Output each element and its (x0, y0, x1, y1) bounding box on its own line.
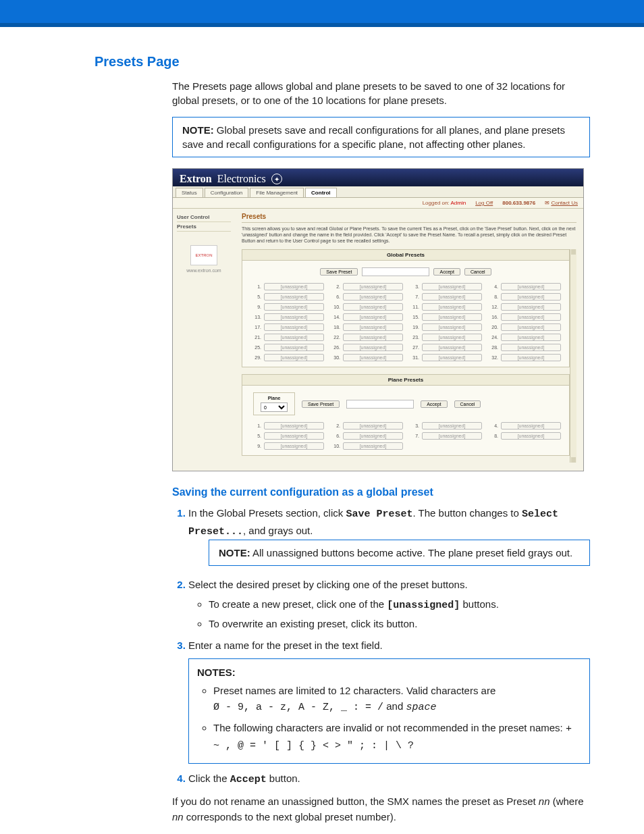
preset-button[interactable]: [unassigned] (422, 334, 482, 341)
preset-number: 25. (250, 345, 261, 350)
preset-button[interactable]: [unassigned] (343, 432, 403, 440)
preset-button[interactable]: [unassigned] (343, 303, 403, 311)
preset-button[interactable]: [unassigned] (264, 442, 324, 450)
preset-button[interactable]: [unassigned] (343, 334, 403, 341)
tab-file-management[interactable]: File Management (250, 188, 304, 197)
preset-slot: 30.[unassigned] (329, 354, 403, 361)
preset-button[interactable]: [unassigned] (264, 293, 324, 301)
preset-slot: 8.[unassigned] (487, 432, 561, 440)
scrollbar[interactable] (570, 249, 576, 463)
plane-cancel-button[interactable]: Cancel (454, 400, 481, 408)
save-preset-button[interactable]: Save Preset (320, 268, 358, 276)
preset-button[interactable]: [unassigned] (501, 334, 561, 341)
preset-button[interactable]: [unassigned] (501, 432, 561, 440)
preset-button[interactable]: [unassigned] (264, 354, 324, 361)
preset-number: 21. (250, 335, 261, 340)
preset-slot: 26.[unassigned] (329, 344, 403, 351)
sidebar-item-presets[interactable]: Presets (177, 222, 231, 232)
note-label: NOTE: (219, 547, 250, 558)
preset-button[interactable]: [unassigned] (343, 293, 403, 301)
note-box-global: NOTE: Global presets save and recall con… (172, 117, 590, 157)
preset-button[interactable]: [unassigned] (343, 422, 403, 429)
preset-button[interactable]: [unassigned] (501, 283, 561, 290)
preset-number: 9. (250, 305, 261, 309)
preset-button[interactable]: [unassigned] (264, 422, 324, 429)
plane-presets-section: Plane Presets Plane 0 Save Preset (242, 374, 570, 456)
plane-save-preset-button[interactable]: Save Preset (302, 400, 340, 408)
preset-button[interactable]: [unassigned] (501, 303, 561, 311)
preset-number: 20. (487, 325, 498, 330)
preset-number: 17. (250, 325, 261, 330)
preset-button[interactable]: [unassigned] (422, 344, 482, 351)
globe-icon: ✦ (271, 174, 282, 184)
preset-button[interactable]: [unassigned] (422, 283, 482, 290)
accept-button[interactable]: Accept (433, 268, 460, 276)
global-preset-name-input[interactable] (362, 267, 429, 276)
plane-accept-button[interactable]: Accept (421, 400, 447, 408)
note-label: NOTE: (182, 124, 214, 136)
preset-button[interactable]: [unassigned] (264, 323, 324, 331)
preset-number: 18. (329, 325, 340, 330)
preset-button[interactable]: [unassigned] (422, 313, 482, 321)
step-4: Click the Accept button. (188, 771, 590, 787)
preset-number: 6. (329, 434, 340, 438)
preset-button[interactable]: [unassigned] (264, 334, 324, 341)
plane-preset-grid: 1.[unassigned]2.[unassigned]3.[unassigne… (242, 422, 569, 450)
tab-control[interactable]: Control (305, 188, 336, 197)
preset-slot: 25.[unassigned] (250, 344, 324, 351)
preset-button[interactable]: [unassigned] (343, 354, 403, 361)
preset-button[interactable]: [unassigned] (343, 323, 403, 331)
sidebar-site[interactable]: www.extron.com (177, 268, 231, 273)
preset-button[interactable]: [unassigned] (422, 303, 482, 311)
global-toolbar: Save Preset Accept Cancel (242, 261, 569, 283)
preset-number: 7. (408, 434, 419, 438)
preset-button[interactable]: [unassigned] (501, 354, 561, 361)
preset-button[interactable]: [unassigned] (343, 344, 403, 351)
logoff-link[interactable]: Log Off (475, 200, 493, 206)
preset-button[interactable]: [unassigned] (264, 432, 324, 440)
preset-slot: 18.[unassigned] (329, 323, 403, 331)
note-text: All unassigned buttons become active. Th… (252, 547, 572, 558)
preset-button[interactable]: [unassigned] (501, 344, 561, 351)
preset-number: 28. (487, 345, 498, 350)
preset-button[interactable]: [unassigned] (264, 283, 324, 290)
contact-link[interactable]: ✉ Contact Us (545, 200, 578, 206)
preset-slot: 28.[unassigned] (487, 344, 561, 351)
plane-label: Plane (261, 396, 288, 400)
preset-button[interactable]: [unassigned] (264, 313, 324, 321)
preset-button[interactable]: [unassigned] (343, 313, 403, 321)
preset-slot: 24.[unassigned] (487, 334, 561, 341)
preset-number: 8. (487, 434, 498, 438)
sidebar-logo: EXTRON www.extron.com (177, 245, 231, 273)
tab-status[interactable]: Status (176, 188, 203, 197)
plane-preset-name-input[interactable] (346, 400, 414, 409)
preset-slot: 9.[unassigned] (250, 442, 324, 450)
preset-button[interactable]: [unassigned] (343, 442, 403, 450)
plane-select-dropdown[interactable]: 0 (261, 402, 288, 412)
preset-button[interactable]: [unassigned] (422, 293, 482, 301)
preset-button[interactable]: [unassigned] (422, 323, 482, 331)
preset-button[interactable]: [unassigned] (422, 432, 482, 440)
preset-slot: 16.[unassigned] (487, 313, 561, 321)
preset-button[interactable]: [unassigned] (422, 422, 482, 429)
cancel-button[interactable]: Cancel (464, 268, 491, 276)
app-screenshot: Extron Electronics ✦ StatusConfiguration… (172, 168, 584, 471)
tab-configuration[interactable]: Configuration (205, 188, 249, 197)
global-presets-title: Global Presets (242, 250, 569, 261)
preset-slot: 8.[unassigned] (487, 293, 561, 301)
preset-button[interactable]: [unassigned] (501, 313, 561, 321)
preset-slot: 14.[unassigned] (329, 313, 403, 321)
preset-number: 10. (329, 444, 340, 448)
preset-number: 11. (408, 305, 419, 309)
sidebar-item-user-control[interactable]: User Control (177, 213, 231, 222)
preset-button[interactable]: [unassigned] (501, 422, 561, 429)
preset-button[interactable]: [unassigned] (343, 283, 403, 290)
preset-button[interactable]: [unassigned] (264, 303, 324, 311)
note-box-step1: NOTE: All unassigned buttons become acti… (209, 540, 590, 566)
preset-button[interactable]: [unassigned] (264, 344, 324, 351)
preset-number: 5. (250, 294, 261, 299)
preset-button[interactable]: [unassigned] (501, 293, 561, 301)
preset-slot: 5.[unassigned] (250, 293, 324, 301)
preset-button[interactable]: [unassigned] (422, 354, 482, 361)
preset-button[interactable]: [unassigned] (501, 323, 561, 331)
